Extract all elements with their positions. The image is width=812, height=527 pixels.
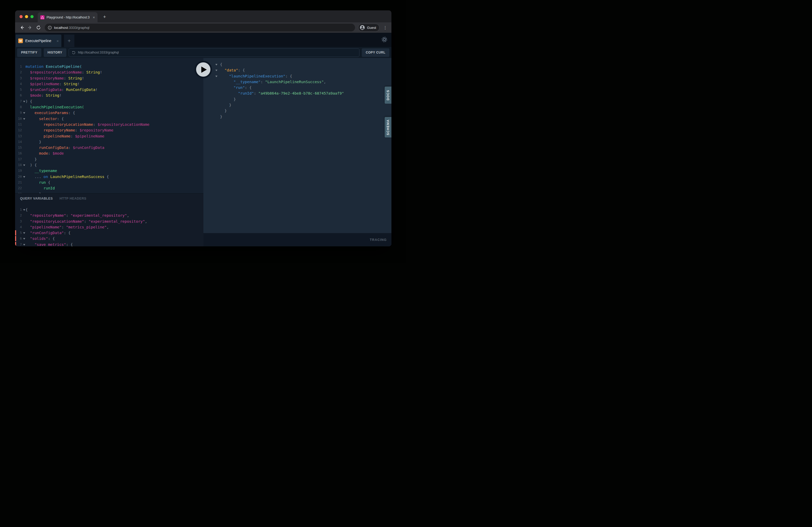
fold-arrow-icon[interactable] [23,244,25,245]
code-text: repositoryName: $repositoryName [15,127,203,133]
line-number: 3 [15,75,22,81]
code-line: 18 ) { [15,162,203,168]
code-text: $pipelineName: String! [15,81,203,87]
code-text: $repositoryLocationName: String! [15,70,203,75]
code-text: "solids": { [15,236,203,241]
browser-toolbar: localhost:3333/graphql Guest ⋮ [15,22,391,33]
tab-http-headers[interactable]: HTTP HEADERS [60,197,86,200]
execute-play-button[interactable] [194,61,212,78]
url-text: localhost:3333/graphql [54,26,89,30]
line-number: 14 [15,139,22,145]
reload-button[interactable] [35,24,42,31]
desktop-background: Playground - http://localhost:3 × + [0,0,406,264]
code-text: "__typename": "LaunchPipelineRunSuccess"… [203,79,391,85]
code-line: 16 mode: $mode [15,150,203,156]
code-text: selector: { [15,116,203,122]
line-number: 2 [15,213,22,218]
fold-arrow-icon[interactable] [23,232,25,234]
code-text: run { [15,180,203,185]
fold-arrow-icon[interactable] [23,165,25,166]
line-number: 17 [15,156,22,162]
variables-editor[interactable]: 1{2 "repositoryName": "experimental_repo… [15,200,203,246]
new-tab-button[interactable]: + [101,14,108,20]
code-text: } [203,96,391,102]
browser-tab[interactable]: Playground - http://localhost:3 × [38,12,98,22]
close-window-button[interactable] [19,15,23,18]
session-tab[interactable]: M ExecutePipeline × [16,34,61,47]
browser-menu-button[interactable]: ⋮ [382,24,388,31]
line-number: 15 [15,145,22,150]
site-info-icon[interactable] [48,26,52,30]
code-line: } [203,96,391,102]
schema-side-tab[interactable]: SCHEMA [385,117,391,137]
code-line: "run": { [203,85,391,90]
line-number: 1 [15,64,22,70]
code-line: 12 repositoryName: $repositoryName [15,127,203,133]
line-number: 21 [15,180,22,185]
copy-curl-button[interactable]: COPY CURL [362,48,389,57]
code-text: { [203,62,391,67]
code-line: 15 runConfigData: $runConfigData [15,145,203,150]
browser-window: Playground - http://localhost:3 × + [15,10,391,246]
back-button[interactable] [18,24,26,31]
tracing-bar[interactable]: TRACING [203,233,391,246]
code-line: 13 pipelineName: $pipelineName [15,133,203,139]
code-line: "data": { [203,67,391,73]
play-icon [201,66,207,73]
docs-side-tab[interactable]: DOCS [385,87,391,104]
variables-tabs: QUERY VARIABLES HTTP HEADERS [15,194,203,200]
mutation-badge: M [18,39,23,43]
query-editor[interactable]: 1mutation ExecutePipeline(2 $repositoryL… [15,58,203,193]
code-text: __typename [15,168,203,174]
code-line: 4 $pipelineName: String! [15,81,203,87]
session-tab-title: ExecutePipeline [25,39,54,43]
profile-label: Guest [367,26,376,30]
code-line: 9 executionParams: { [15,110,203,116]
code-line: 17 } [15,156,203,162]
settings-gear-icon[interactable] [381,36,388,43]
code-line: } [203,108,391,114]
prettify-button[interactable]: PRETTIFY [17,48,41,57]
code-text: "runId": "a49b864a-79e2-4be8-b78c-687457… [203,90,391,96]
fold-arrow-icon[interactable] [215,76,217,77]
response-viewer: { "data": { "launchPipelineExecution": {… [203,58,391,233]
code-text: "repositoryLocationName": "experimental_… [15,219,203,224]
line-number: 4 [15,81,22,87]
endpoint-input[interactable]: http://localhost:3333/graphql [69,48,360,57]
code-text: runId [15,185,203,191]
maximize-window-button[interactable] [30,15,33,18]
error-marker [15,242,16,246]
code-text: runConfigData: $runConfigData [15,145,203,150]
tab-query-variables[interactable]: QUERY VARIABLES [20,197,53,200]
fold-arrow-icon[interactable] [23,118,25,120]
code-line: 5 "runConfigData": { [15,230,203,236]
code-text: ... on LaunchPipelineRunSuccess { [15,174,203,180]
tracing-label: TRACING [370,238,387,242]
endpoint-reload-icon[interactable] [72,51,76,55]
line-number: 7 [15,99,22,104]
fold-arrow-icon[interactable] [23,176,25,178]
tab-close-icon[interactable]: × [93,15,95,19]
line-number: 6 [15,236,22,241]
playground-main: 1mutation ExecutePipeline(2 $repositoryL… [15,58,391,246]
session-close-icon[interactable]: × [56,39,59,43]
profile-button[interactable]: Guest [358,24,379,32]
fold-arrow-icon[interactable] [23,112,25,114]
history-button[interactable]: HISTORY [44,48,66,57]
code-text: } [15,156,203,162]
fold-arrow-icon[interactable] [23,209,25,211]
line-number: 12 [15,127,22,133]
code-line: 3 "repositoryLocationName": "experimenta… [15,219,203,224]
url-bar[interactable]: localhost:3333/graphql [45,24,355,31]
new-session-button[interactable]: + [64,34,74,47]
forward-button[interactable] [27,24,34,31]
fold-arrow-icon[interactable] [23,101,25,102]
line-number: 5 [15,87,22,92]
code-text: $repositoryName: String! [15,75,203,81]
fold-arrow-icon[interactable] [215,70,217,71]
fold-arrow-icon[interactable] [23,238,25,240]
code-line: 6 "solids": { [15,236,203,241]
code-line: 10 selector: { [15,116,203,122]
minimize-window-button[interactable] [25,15,28,18]
fold-arrow-icon[interactable] [215,64,217,65]
